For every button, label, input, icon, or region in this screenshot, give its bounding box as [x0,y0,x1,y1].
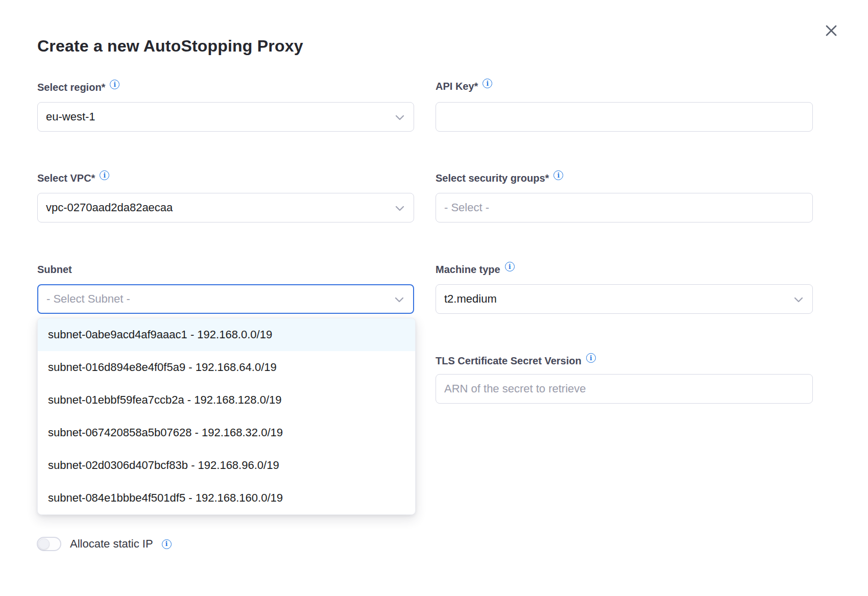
subnet-option[interactable]: subnet-01ebbf59fea7ccb2a - 192.168.128.0… [38,384,415,416]
close-button[interactable] [821,20,841,41]
region-label-row: Select region* i [37,82,119,93]
vpc-select[interactable]: vpc-0270aad2da82aecaa [37,193,414,222]
close-icon [825,24,838,37]
subnet-dropdown-panel: subnet-0abe9acd4af9aaac1 - 192.168.0.0/1… [37,318,416,515]
subnet-option[interactable]: subnet-02d0306d407bcf83b - 192.168.96.0/… [38,449,415,482]
machine-type-label: Machine type [436,264,500,275]
region-label: Select region* [37,82,105,93]
create-autostopping-proxy-dialog: Create a new AutoStopping Proxy Select r… [0,0,868,596]
subnet-option[interactable]: subnet-084e1bbbe4f501df5 - 192.168.160.0… [38,482,415,514]
machine-type-select[interactable]: t2.medium [436,284,813,314]
security-groups-label-row: Select security groups* i [436,172,563,184]
tls-secret-label: TLS Certificate Secret Version [436,355,582,366]
chevron-down-icon [395,201,404,214]
machine-type-value: t2.medium [444,292,497,306]
info-icon[interactable]: i [586,353,596,363]
security-groups-label: Select security groups* [436,172,549,184]
subnet-option[interactable]: subnet-016d894e8e4f0f5a9 - 192.168.64.0/… [38,351,415,384]
page-title: Create a new AutoStopping Proxy [37,37,303,56]
info-icon[interactable]: i [100,170,109,180]
machine-type-label-row: Machine type i [436,264,515,275]
toggle-knob [38,538,50,550]
subnet-placeholder: - Select Subnet - [46,292,130,306]
subnet-select[interactable]: - Select Subnet - [37,284,414,314]
region-select-value: eu-west-1 [46,110,95,123]
security-groups-select[interactable]: - Select - [436,193,813,222]
region-select[interactable]: eu-west-1 [37,102,414,132]
vpc-label: Select VPC* [37,172,95,184]
vpc-select-value: vpc-0270aad2da82aecaa [46,201,173,214]
chevron-down-icon [395,292,404,306]
info-icon[interactable]: i [483,79,492,88]
subnet-option[interactable]: subnet-067420858a5b07628 - 192.168.32.0/… [38,416,415,449]
allocate-static-ip-label: Allocate static IP [70,537,153,551]
info-icon[interactable]: i [162,539,172,549]
allocate-static-ip-toggle[interactable] [37,537,61,551]
api-key-label-row: API Key* i [436,81,492,92]
security-groups-placeholder: - Select - [444,201,489,214]
allocate-static-ip-row: Allocate static IP i [37,537,172,551]
vpc-label-row: Select VPC* i [37,172,109,184]
info-icon[interactable]: i [505,262,515,271]
info-icon[interactable]: i [553,170,563,180]
info-icon[interactable]: i [110,80,119,89]
subnet-label: Subnet [37,264,72,275]
subnet-label-row: Subnet [37,264,72,275]
tls-secret-label-row: TLS Certificate Secret Version i [436,355,596,366]
api-key-input[interactable] [436,102,813,132]
chevron-down-icon [794,292,803,306]
chevron-down-icon [395,110,404,123]
subnet-option[interactable]: subnet-0abe9acd4af9aaac1 - 192.168.0.0/1… [38,318,415,351]
tls-secret-input[interactable] [436,374,813,404]
api-key-label: API Key* [436,81,478,92]
